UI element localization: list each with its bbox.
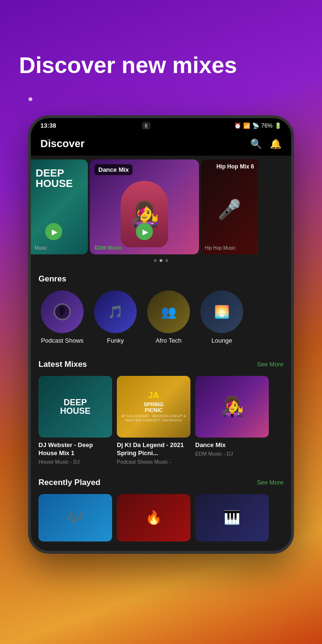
battery-label: 76% <box>261 122 273 129</box>
genre-afrotech-art <box>147 290 190 333</box>
mix-dj-kt-title: Dj Kt Da Legend - 2021 Spring Picni... <box>117 441 190 457</box>
latest-mixes-title: Latest Mixes <box>38 360 87 369</box>
recent-emoji-1: 🎶 <box>67 510 84 525</box>
mix-dj-webster-art-text: DEEPHOUSE <box>60 398 90 415</box>
mix-dj-webster-image: DEEPHOUSE <box>38 376 112 438</box>
dance-mix-title: Dance Mix <box>95 164 133 175</box>
genre-funky[interactable]: Funky <box>92 290 139 345</box>
mix-card-dj-webster[interactable]: DEEPHOUSE DJ Webster - Deep House Mix 1 … <box>38 376 112 465</box>
carousel-card-deep-house[interactable]: DEEPHOUSE ▶ Music <box>31 159 88 254</box>
deep-house-title: DEEPHOUSE <box>36 168 73 189</box>
recent-card-2[interactable]: 🔥 <box>117 494 190 541</box>
bell-icon[interactable]: 🔔 <box>270 138 282 149</box>
wifi-icon: 📶 <box>243 122 250 129</box>
deep-house-label: Music <box>35 245 47 251</box>
dance-figure: 👩‍🎤 <box>220 395 244 418</box>
carousel-card-dance-mix[interactable]: Dance Mix 👩‍🎤 ▶ EDM Music <box>90 159 199 254</box>
hero-title: Discover new mixes <box>0 24 322 93</box>
hip-hop-title: Hip Hop Mix 6 <box>217 163 254 170</box>
recent-emoji-3: 🎹 <box>224 510 240 525</box>
recently-played-title: Recently Played <box>38 478 100 487</box>
spring-details: AT DA LEGEND · SEASON LINEUP & MASTER CO… <box>117 414 190 422</box>
status-time: 13:38 <box>40 122 56 129</box>
genres-row: Podcast Shows Funky Afro Tech Lounge <box>31 289 291 352</box>
search-icon[interactable]: 🔍 <box>250 138 262 149</box>
mix-card-dj-kt[interactable]: JA SPRINGPICNIC AT DA LEGEND · SEASON LI… <box>117 376 190 465</box>
signal-icon: 📡 <box>252 122 259 129</box>
main-content: Genres Podcast Shows Funky Afro Tech Lou… <box>31 267 291 551</box>
genre-lounge-label: Lounge <box>211 337 232 345</box>
hip-hop-label: Hip Hop Music <box>205 245 236 251</box>
mix-dj-webster-title: DJ Webster - Deep House Mix 1 <box>38 441 112 457</box>
play-icon-dance: ▶ <box>142 227 148 236</box>
recent-card-3[interactable]: 🎹 <box>195 494 269 541</box>
phone-frame: 13:38 8 ⏰ 📶 📡 76% 🔋 Discover 🔍 🔔 DEEPHOU… <box>28 115 294 553</box>
genre-podcast-label: Podcast Shows <box>41 337 84 345</box>
genre-lounge[interactable]: Lounge <box>198 290 246 345</box>
mix-card-dance[interactable]: 👩‍🎤 Dance Mix EDM Music - DJ <box>195 376 269 465</box>
genres-title: Genres <box>38 274 66 284</box>
genre-afrotech[interactable]: Afro Tech <box>145 290 192 345</box>
app-title: Discover <box>40 138 85 150</box>
genre-podcast[interactable]: Podcast Shows <box>38 290 86 345</box>
genre-podcast-art <box>41 290 84 333</box>
dance-mix-genre: EDM Music <box>95 245 123 251</box>
alarm-icon: ⏰ <box>234 122 241 129</box>
mix-dance-title: Dance Mix <box>195 441 269 449</box>
mix-dj-kt-subtitle: Podcast Shows Music - <box>117 459 190 465</box>
latest-mixes-header: Latest Mixes See More <box>31 352 291 374</box>
hero-section: Discover new mixes <box>0 0 322 111</box>
carousel-track: DEEPHOUSE ▶ Music Dance Mix 👩‍🎤 ▶ <box>31 159 291 254</box>
genre-lounge-art <box>200 290 243 333</box>
genre-afrotech-label: Afro Tech <box>156 337 182 345</box>
genres-header: Genres <box>31 267 291 289</box>
status-bar: 13:38 8 ⏰ 📶 📡 76% 🔋 <box>31 118 291 132</box>
status-badge: 8 <box>142 122 150 129</box>
app-header: Discover 🔍 🔔 <box>31 132 291 156</box>
deep-house-play-button[interactable]: ▶ <box>45 223 62 240</box>
genre-funky-label: Funky <box>107 337 123 345</box>
carousel-section: DEEPHOUSE ▶ Music Dance Mix 👩‍🎤 ▶ <box>31 156 291 267</box>
mix-dj-webster-subtitle: House Music - DJ <box>38 459 112 465</box>
recently-played-see-more[interactable]: See More <box>257 479 284 486</box>
carousel-dots <box>31 254 291 267</box>
spring-overlay: JA SPRINGPICNIC AT DA LEGEND · SEASON LI… <box>117 376 190 438</box>
recent-card-1[interactable]: 🎶 <box>38 494 112 541</box>
battery-icon: 🔋 <box>275 122 282 129</box>
dot-0[interactable] <box>154 259 157 262</box>
recent-emoji-2: 🔥 <box>145 510 162 525</box>
hero-dot-indicator <box>28 97 32 101</box>
spring-ja: JA <box>148 391 159 401</box>
header-icons: 🔍 🔔 <box>250 138 282 149</box>
latest-mixes-row: DEEPHOUSE DJ Webster - Deep House Mix 1 … <box>31 374 291 470</box>
carousel-card-hip-hop[interactable]: Hip Hop Mix 6 🎤 Hip Hop Music <box>201 159 258 254</box>
recently-played-header: Recently Played See More <box>31 470 291 492</box>
mix-dj-kt-image: JA SPRINGPICNIC AT DA LEGEND · SEASON LI… <box>117 376 190 438</box>
mix-dance-subtitle: EDM Music - DJ <box>195 451 269 457</box>
spring-title: SPRINGPICNIC <box>143 401 163 413</box>
genre-funky-art <box>94 290 137 333</box>
status-icons: ⏰ 📶 📡 76% 🔋 <box>234 122 282 129</box>
play-icon: ▶ <box>52 227 57 236</box>
latest-mixes-see-more[interactable]: See More <box>257 361 284 368</box>
dance-mix-play-button[interactable]: ▶ <box>136 223 153 240</box>
mix-dance-image: 👩‍🎤 <box>195 376 269 438</box>
dot-1[interactable] <box>160 259 162 262</box>
dot-2[interactable] <box>165 259 168 262</box>
recently-played-row: 🎶 🔥 🎹 <box>31 492 291 551</box>
